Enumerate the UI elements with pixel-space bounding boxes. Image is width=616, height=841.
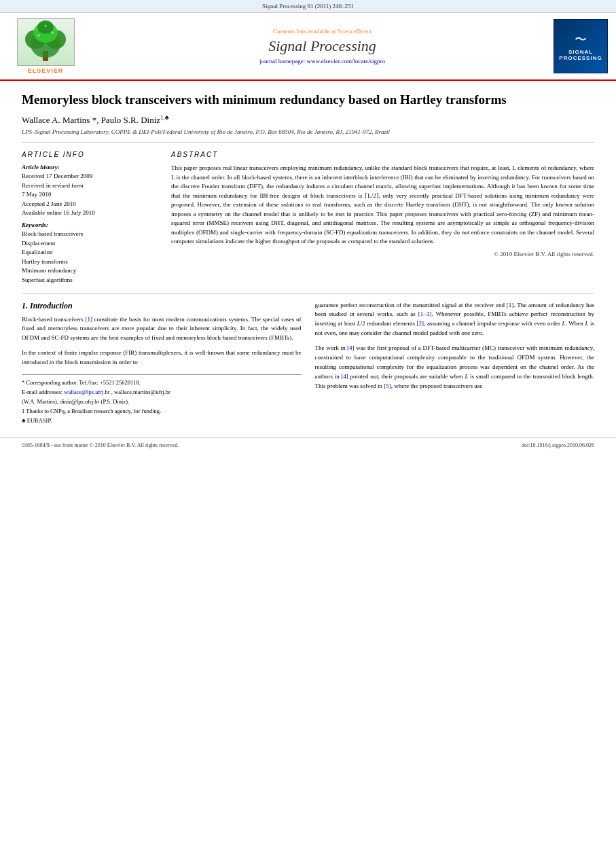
keywords-label: Keywords:	[22, 221, 158, 228]
intro-left-col: 1. Introduction Block-based transceivers…	[22, 301, 302, 427]
journal-header: ELSEVIER Contents lists available at Sci…	[0, 13, 616, 81]
doi: doi:10.1016/j.sigpro.2010.06.026	[522, 442, 594, 448]
intro-para1: Block-based transceivers [1] constitute …	[22, 315, 302, 344]
received1: Received 17 December 2009	[22, 172, 158, 181]
intro-right-para1: guarantee perfect reconstruction of the …	[315, 301, 595, 339]
article-info-section-title: Article Info	[22, 151, 158, 158]
svg-point-6	[37, 34, 40, 37]
abstract-text: This paper proposes real linear transcei…	[171, 164, 594, 247]
keyword-3: Equalization	[22, 248, 158, 257]
svg-point-7	[51, 31, 54, 34]
intro-para2: In the context of finite impulse respons…	[22, 348, 302, 368]
keyword-6: Superfast algorithms	[22, 276, 158, 285]
journal-center: Contents lists available at ScienceDirec…	[91, 28, 554, 65]
elsevier-tree-icon	[17, 18, 75, 66]
keyword-4: Hartley transforms	[22, 257, 158, 266]
copyright-notice: 0165-1684/$ - see front matter © 2010 El…	[22, 442, 179, 448]
article-title: Memoryless block transceivers with minim…	[22, 92, 594, 109]
available-online: Available online 16 July 2010	[22, 209, 158, 217]
footnote-email: E-mail addresses: wallace@lps.ufrj.br , …	[22, 389, 302, 397]
author-sup: 1,♣	[160, 114, 169, 121]
intro-right-col: guarantee perfect reconstruction of the …	[315, 301, 595, 427]
svg-point-8	[45, 24, 47, 26]
elsevier-logo: ELSEVIER	[8, 18, 83, 74]
article-info-col: Article Info Article history: Received 1…	[22, 151, 158, 285]
keyword-1: Block-based transceivers	[22, 230, 158, 238]
footnote-corresponding: * Corresponding author. Tel./fax: +5521 …	[22, 379, 302, 387]
top-bar: Signal Processing 91 (2011) 240–251	[0, 0, 616, 13]
abstract-section-title: Abstract	[171, 151, 594, 158]
abstract-copyright: © 2010 Elsevier B.V. All rights reserved…	[171, 251, 594, 257]
journal-homepage: journal homepage: www.elsevier.com/locat…	[91, 58, 554, 65]
authors: Wallace A. Martins *, Paulo S.R. Diniz1,…	[22, 114, 594, 126]
footnote-email2: (W.A. Martins), diniz@lps.ufrj.br (P.S. …	[22, 398, 302, 406]
signal-processing-logo: 〜 SIGNAL PROCESSING	[554, 19, 608, 73]
abstract-col: Abstract This paper proposes real linear…	[171, 151, 594, 285]
footnote-eurasip: ♣ EURASIP.	[22, 417, 302, 425]
journal-citation: Signal Processing 91 (2011) 240–251	[262, 3, 354, 10]
main-content: Memoryless block transceivers with minim…	[0, 81, 616, 437]
keyword-2: Displacement	[22, 239, 158, 248]
sp-wave-icon: 〜	[575, 31, 587, 48]
intro-heading: 1. Introduction	[22, 301, 302, 311]
footnote-1: 1 Thanks to CNPq, a Brazilian research a…	[22, 408, 302, 416]
intro-right-para2: The work in [4] was the first proposal o…	[315, 344, 595, 391]
sciencedirect-link: Contents lists available at ScienceDirec…	[91, 28, 554, 35]
journal-title: Signal Processing	[91, 37, 554, 55]
affiliation: LPS–Signal Processing Laboratory, COPPE …	[22, 128, 594, 143]
section-divider	[22, 293, 594, 294]
bottom-bar: 0165-1684/$ - see front matter © 2010 El…	[0, 437, 616, 452]
author-names: Wallace A. Martins *, Paulo S.R. Diniz	[22, 115, 160, 125]
article-info-abstract: Article Info Article history: Received 1…	[22, 151, 594, 285]
received2-date: 7 May 2010	[22, 190, 158, 199]
accepted: Accepted 2 June 2010	[22, 200, 158, 209]
elsevier-wordmark: ELSEVIER	[28, 67, 64, 74]
keyword-5: Minimum redundancy	[22, 266, 158, 275]
article-history-label: Article history:	[22, 164, 158, 171]
introduction-section: 1. Introduction Block-based transceivers…	[22, 301, 594, 427]
footnotes-area: * Corresponding author. Tel./fax: +5521 …	[22, 374, 302, 425]
received2: Received in revised form	[22, 181, 158, 190]
